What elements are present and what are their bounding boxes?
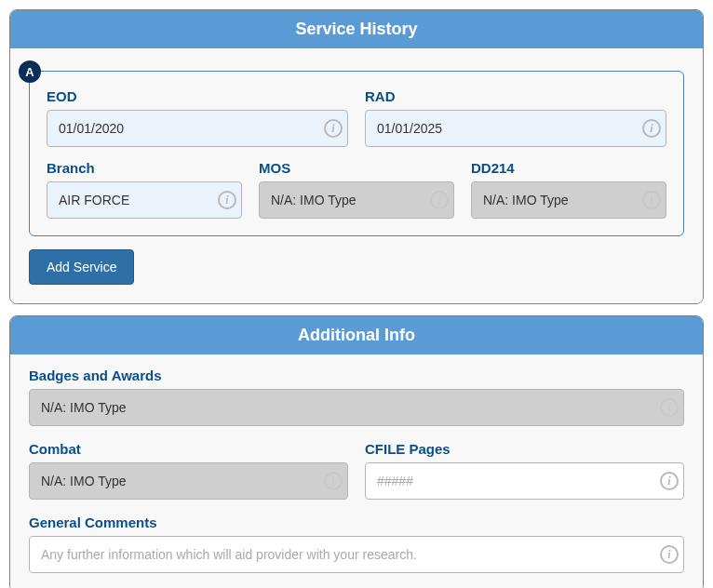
additional-info-body: Badges and Awards N/A: IMO Type i Combat… [10, 354, 703, 588]
mos-field: MOS N/A: IMO Type i [259, 160, 454, 219]
service-history-body: A EOD i RAD i [10, 48, 703, 303]
service-history-panel: Service History A EOD i RAD i [9, 9, 704, 304]
eod-label: EOD [47, 88, 348, 104]
general-comments-input-wrap: i [29, 536, 684, 573]
cfile-pages-input-wrap: i [365, 462, 684, 500]
general-comments-input[interactable] [29, 536, 684, 573]
info-icon[interactable]: i [430, 191, 449, 209]
dd214-field: DD214 N/A: IMO Type i [471, 160, 666, 219]
eod-field: EOD i [47, 88, 348, 147]
rad-input-wrap: i [365, 110, 666, 147]
service-record-box: A EOD i RAD i [29, 71, 684, 236]
row-branch-mos-dd214: Branch i MOS N/A: IMO Type i DD214 [47, 160, 666, 219]
branch-input[interactable] [47, 181, 242, 219]
general-comments-field: General Comments i [29, 514, 684, 573]
info-icon[interactable]: i [218, 191, 236, 209]
dd214-label: DD214 [471, 160, 666, 176]
info-icon[interactable]: i [324, 119, 343, 138]
info-icon[interactable]: i [660, 472, 679, 490]
badges-awards-field: Badges and Awards N/A: IMO Type i [29, 368, 684, 426]
badges-awards-input-wrap: N/A: IMO Type i [29, 389, 684, 426]
add-service-button[interactable]: Add Service [29, 249, 134, 285]
branch-field: Branch i [47, 160, 242, 219]
additional-info-title: Additional Info [10, 316, 703, 354]
general-comments-label: General Comments [29, 514, 684, 530]
rad-field: RAD i [365, 88, 666, 147]
cfile-pages-field: CFILE Pages i [365, 441, 684, 500]
dd214-input: N/A: IMO Type [471, 181, 666, 219]
cfile-pages-input[interactable] [365, 462, 684, 500]
combat-field: Combat N/A: IMO Type i [29, 441, 348, 500]
service-badge-a: A [19, 60, 41, 83]
service-history-title: Service History [10, 10, 703, 48]
badges-awards-input: N/A: IMO Type [29, 389, 684, 426]
additional-info-panel: Additional Info Badges and Awards N/A: I… [9, 315, 704, 588]
branch-input-wrap: i [47, 181, 242, 219]
combat-input: N/A: IMO Type [29, 462, 348, 500]
info-icon[interactable]: i [660, 398, 679, 417]
info-icon[interactable]: i [660, 545, 679, 564]
rad-label: RAD [365, 88, 666, 104]
info-icon[interactable]: i [642, 191, 661, 209]
dd214-input-wrap: N/A: IMO Type i [471, 181, 666, 219]
mos-input-wrap: N/A: IMO Type i [259, 181, 454, 219]
row-combat-cfile: Combat N/A: IMO Type i CFILE Pages i [29, 441, 684, 500]
branch-label: Branch [47, 160, 242, 176]
badges-awards-label: Badges and Awards [29, 368, 684, 383]
cfile-pages-label: CFILE Pages [365, 441, 684, 457]
info-icon[interactable]: i [324, 472, 343, 490]
combat-label: Combat [29, 441, 348, 457]
eod-input[interactable] [47, 110, 348, 147]
rad-input[interactable] [365, 110, 666, 147]
mos-label: MOS [259, 160, 454, 176]
eod-input-wrap: i [47, 110, 348, 147]
mos-input: N/A: IMO Type [259, 181, 454, 219]
combat-input-wrap: N/A: IMO Type i [29, 462, 348, 500]
row-eod-rad: EOD i RAD i [47, 88, 666, 147]
info-icon[interactable]: i [642, 119, 661, 138]
